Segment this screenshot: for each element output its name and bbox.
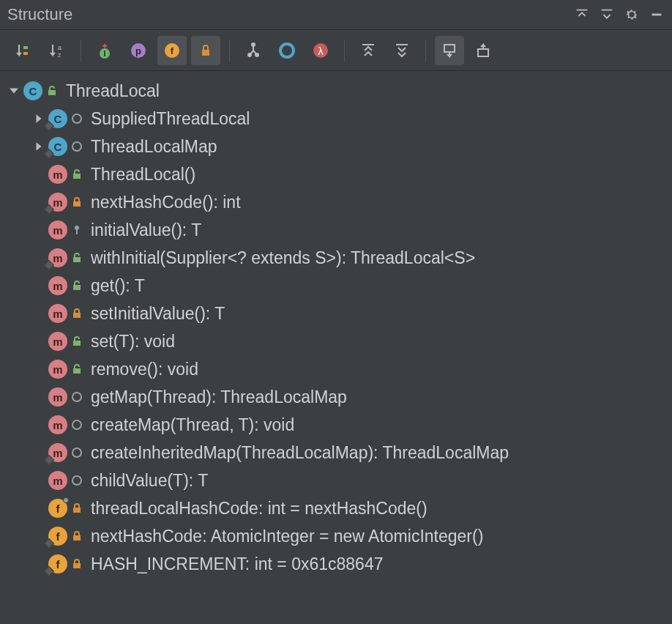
tree-row[interactable]: mchildValue(T): T xyxy=(0,467,672,494)
show-properties-icon[interactable]: p xyxy=(124,36,153,65)
svg-point-13 xyxy=(255,53,258,56)
titlebar: Structure xyxy=(0,0,672,30)
tree-label: threadLocalHashCode: int = nextHashCode(… xyxy=(91,494,428,522)
method-icon: m xyxy=(48,220,67,239)
spacer xyxy=(29,387,48,406)
protected-icon xyxy=(70,223,83,237)
tree-root[interactable]: C ThreadLocal xyxy=(0,77,672,105)
svg-text:I: I xyxy=(103,49,105,58)
show-interface-icon[interactable]: I xyxy=(90,36,119,65)
spacer xyxy=(29,499,48,518)
svg-rect-32 xyxy=(73,563,81,568)
tree-row[interactable]: mgetMap(Thread): ThreadLocalMap xyxy=(0,383,672,411)
tree-row[interactable]: mset(T): void xyxy=(0,327,672,355)
tree-label: nextHashCode: AtomicInteger = new Atomic… xyxy=(91,522,483,550)
show-inherited-icon[interactable] xyxy=(239,36,268,65)
tree-label: get(): T xyxy=(91,272,145,300)
tree-label: getMap(Thread): ThreadLocalMap xyxy=(91,383,347,411)
method-icon: m xyxy=(48,443,67,462)
tree-label: initialValue(): T xyxy=(91,216,201,244)
svg-point-15 xyxy=(285,48,289,53)
class-icon: C xyxy=(48,137,67,156)
expand-down-icon[interactable] xyxy=(599,7,615,23)
spacer xyxy=(29,360,48,379)
method-icon: m xyxy=(48,415,67,434)
svg-rect-29 xyxy=(73,368,81,374)
method-icon: m xyxy=(48,165,67,184)
method-icon: m xyxy=(48,248,67,267)
tree-label: createMap(Thread, T): void xyxy=(91,411,294,439)
private-icon xyxy=(70,196,83,209)
show-lambdas-icon[interactable]: λ xyxy=(306,36,335,65)
spacer xyxy=(29,471,48,490)
package-icon xyxy=(70,474,83,487)
tree-row[interactable]: minitialValue(): T xyxy=(0,216,672,244)
tree-row[interactable]: mcreateInheritedMap(ThreadLocalMap): Thr… xyxy=(0,439,672,467)
tree-label: set(T): void xyxy=(91,327,175,355)
tree-row[interactable]: fnextHashCode: AtomicInteger = new Atomi… xyxy=(0,522,672,550)
tree-row[interactable]: msetInitialValue(): T xyxy=(0,300,672,327)
structure-tree[interactable]: C ThreadLocal CSuppliedThreadLocalCThrea… xyxy=(0,71,672,584)
tree-row[interactable]: mwithInitial(Supplier<? extends S>): Thr… xyxy=(0,244,672,272)
method-icon: m xyxy=(48,471,67,490)
gear-icon[interactable] xyxy=(624,7,640,23)
autoscroll-from-source-icon[interactable] xyxy=(468,36,498,65)
collapse-all-icon[interactable] xyxy=(387,36,417,65)
svg-rect-27 xyxy=(73,313,81,318)
svg-rect-21 xyxy=(73,174,81,179)
svg-rect-18 xyxy=(444,45,455,52)
public-icon xyxy=(70,168,83,181)
tree-row[interactable]: mnextHashCode(): int xyxy=(0,188,672,216)
svg-rect-19 xyxy=(478,49,488,56)
svg-text:f: f xyxy=(171,45,174,56)
tree-row[interactable]: mget(): T xyxy=(0,272,672,300)
tree-row[interactable]: fHASH_INCREMENT: int = 0x61c88647 xyxy=(0,550,672,578)
expand-all-icon[interactable] xyxy=(354,36,383,65)
svg-point-11 xyxy=(252,43,255,46)
structure-toolbar: az I p f λ xyxy=(0,30,672,71)
separator xyxy=(344,40,345,62)
tree-row[interactable]: mThreadLocal() xyxy=(0,160,672,188)
tree-label: withInitial(Supplier<? extends S>): Thre… xyxy=(91,244,475,272)
package-icon xyxy=(70,390,83,404)
panel-title: Structure xyxy=(7,5,72,24)
svg-rect-30 xyxy=(73,508,81,513)
sort-visibility-icon[interactable] xyxy=(9,36,38,65)
tree-row[interactable]: fthreadLocalHashCode: int = nextHashCode… xyxy=(0,494,672,522)
svg-rect-22 xyxy=(73,201,81,207)
separator xyxy=(229,40,230,62)
svg-rect-24 xyxy=(76,229,78,234)
tree-label: HASH_INCREMENT: int = 0x61c88647 xyxy=(91,550,383,578)
tree-label: setInitialValue(): T xyxy=(91,300,225,327)
method-icon: m xyxy=(48,276,67,295)
method-icon: m xyxy=(48,193,67,212)
autoscroll-to-source-icon[interactable] xyxy=(435,36,464,65)
tree-label: createInheritedMap(ThreadLocalMap): Thre… xyxy=(91,439,509,467)
show-fields-icon[interactable]: f xyxy=(157,36,187,65)
public-icon xyxy=(45,84,59,97)
svg-point-12 xyxy=(248,53,251,56)
svg-rect-31 xyxy=(73,535,81,541)
svg-text:λ: λ xyxy=(318,45,324,57)
spacer xyxy=(29,220,48,239)
method-icon: m xyxy=(48,304,67,323)
sort-alpha-icon[interactable]: az xyxy=(42,36,72,65)
tree-label: nextHashCode(): int xyxy=(91,188,241,216)
show-anonymous-icon[interactable] xyxy=(272,36,302,65)
tree-row[interactable]: CSuppliedThreadLocal xyxy=(0,105,672,133)
tree-row[interactable]: mcreateMap(Thread, T): void xyxy=(0,411,672,439)
svg-rect-28 xyxy=(73,341,81,346)
collapse-up-icon[interactable] xyxy=(574,7,590,23)
tree-label: ThreadLocal xyxy=(66,77,160,105)
separator xyxy=(81,40,81,62)
minimize-icon[interactable] xyxy=(649,7,665,23)
tree-row[interactable]: CThreadLocalMap xyxy=(0,133,672,160)
package-icon xyxy=(70,112,83,125)
package-icon xyxy=(70,140,83,153)
show-nonpublic-icon[interactable] xyxy=(191,36,220,65)
spacer xyxy=(29,304,48,323)
class-icon: C xyxy=(48,109,67,128)
chevron-down-icon[interactable] xyxy=(4,81,23,100)
svg-rect-26 xyxy=(73,285,81,290)
tree-row[interactable]: mremove(): void xyxy=(0,355,672,383)
